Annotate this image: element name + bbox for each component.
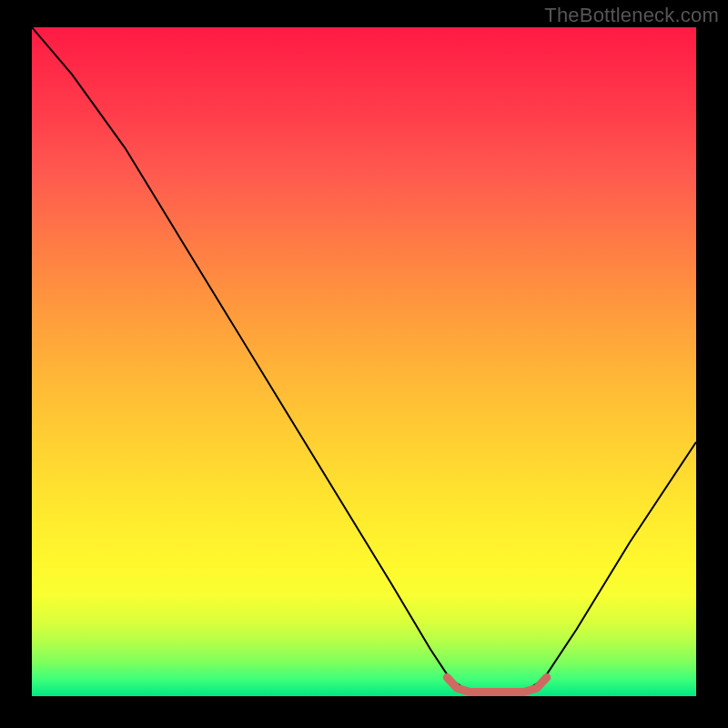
plot-area (32, 27, 696, 696)
chart-svg (32, 27, 696, 696)
curve-line (32, 27, 696, 693)
watermark-text: TheBottleneck.com (544, 4, 719, 27)
valley-highlight (447, 677, 547, 692)
chart-frame: TheBottleneck.com (0, 0, 728, 728)
